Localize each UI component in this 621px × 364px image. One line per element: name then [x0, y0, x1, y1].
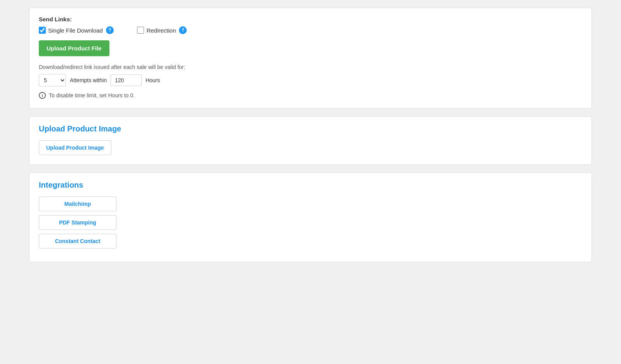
integrations-section: Integrations Mailchimp PDF Stamping Cons…: [29, 173, 592, 262]
redirection-item: Redirection ?: [137, 26, 187, 34]
attempts-label: Attempts within: [70, 77, 107, 83]
attempts-select[interactable]: 1 2 3 4 5 6 7 8 9 10: [39, 74, 66, 86]
redirection-label: Redirection: [146, 27, 176, 34]
info-icon: i: [39, 92, 46, 99]
upload-product-image-button[interactable]: Upload Product Image: [39, 140, 111, 155]
redirection-checkbox[interactable]: [137, 27, 144, 34]
upload-product-image-title: Upload Product Image: [39, 124, 582, 133]
validity-text: Download/redirect link issued after each…: [39, 64, 582, 70]
single-file-download-item: Single File Download ?: [39, 26, 114, 34]
single-file-download-label: Single File Download: [48, 27, 103, 34]
upload-product-file-button[interactable]: Upload Product File: [39, 40, 109, 56]
constant-contact-button[interactable]: Constant Contact: [39, 234, 116, 248]
pdf-stamping-button[interactable]: PDF Stamping: [39, 215, 116, 230]
checkbox-row: Single File Download ? Redirection ?: [39, 26, 582, 34]
mailchimp-button[interactable]: Mailchimp: [39, 197, 116, 211]
info-text: To disable time limit, set Hours to 0.: [49, 92, 135, 98]
send-links-label: Send Links:: [39, 16, 582, 22]
hours-label: Hours: [146, 77, 160, 83]
send-links-section: Send Links: Single File Download ? Redir…: [29, 8, 592, 109]
integrations-title: Integrations: [39, 181, 582, 190]
hours-input[interactable]: [111, 74, 142, 86]
single-file-download-help-icon[interactable]: ?: [106, 26, 114, 34]
upload-product-image-section: Upload Product Image Upload Product Imag…: [29, 116, 592, 165]
checkbox-separator: [123, 27, 128, 34]
attempts-row: 1 2 3 4 5 6 7 8 9 10 Attempts within Hou…: [39, 74, 582, 86]
single-file-download-checkbox[interactable]: [39, 27, 46, 34]
redirection-help-icon[interactable]: ?: [179, 26, 187, 34]
info-row: i To disable time limit, set Hours to 0.: [39, 92, 582, 99]
